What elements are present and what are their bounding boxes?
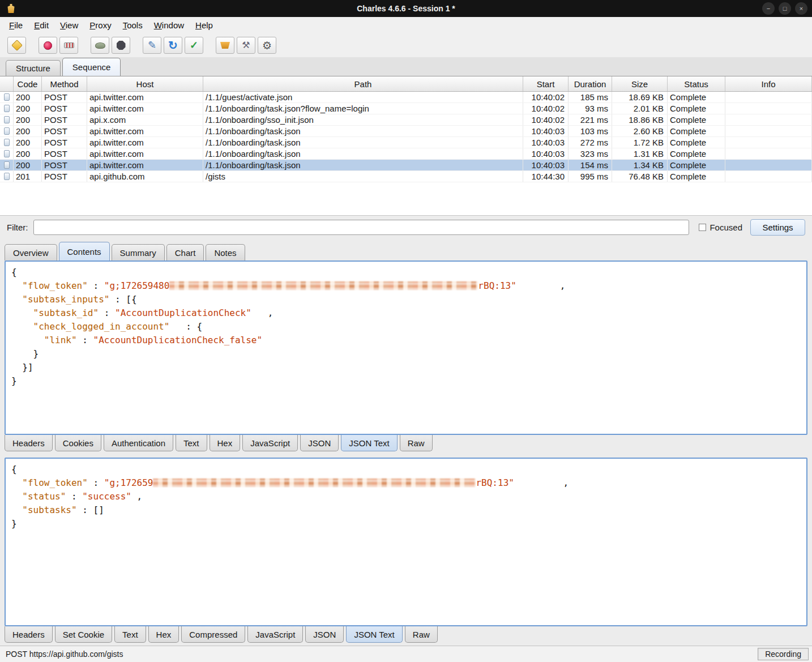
cell-duration: 185 ms [569, 92, 612, 102]
broom-clear-icon [11, 40, 23, 51]
request-tab-headers[interactable]: Headers [5, 435, 53, 451]
json-punct: : [99, 307, 115, 318]
json-string: rBQ:13" [476, 477, 514, 488]
cell-start: 10:40:02 [523, 92, 569, 102]
column-header-path[interactable]: Path [203, 76, 523, 91]
menu-proxy[interactable]: Proxy [84, 18, 117, 32]
json-punct: { [11, 267, 17, 277]
cell-path: /1.1/guest/activate.json [203, 92, 523, 102]
slow-button[interactable] [91, 37, 109, 54]
response-tab-javascript[interactable]: JavaScript [247, 626, 303, 643]
column-header-start[interactable]: Start [523, 76, 569, 91]
json-punct: : [{ [109, 294, 136, 305]
table-row[interactable]: 200POSTapi.twitter.com/1.1/onboarding/ta… [0, 126, 812, 137]
cell-host: api.twitter.com [87, 103, 203, 114]
json-punct [11, 294, 22, 305]
response-tab-set-cookie[interactable]: Set Cookie [55, 626, 112, 643]
response-tab-json[interactable]: JSON [305, 626, 344, 643]
tab-structure[interactable]: Structure [6, 60, 61, 76]
validate-button[interactable] [185, 37, 203, 54]
menu-help[interactable]: Help [190, 18, 219, 32]
focused-checkbox[interactable] [699, 224, 706, 231]
tab-chart[interactable]: Chart [166, 244, 204, 260]
table-header: CodeMethodHostPathStartDurationSizeStatu… [0, 76, 812, 92]
settings-button[interactable] [237, 37, 255, 54]
json-punct [11, 505, 22, 515]
response-body-panel[interactable]: { "flow_token" : "g;172659rBQ:13" , "sta… [5, 458, 807, 626]
json-punct [11, 321, 33, 332]
response-tab-json-text[interactable]: JSON Text [346, 626, 402, 643]
tools-button[interactable] [216, 37, 234, 54]
request-tab-cookies[interactable]: Cookies [55, 435, 101, 451]
gear-button[interactable] [258, 37, 276, 54]
json-line: "subtask_inputs" : [{ [11, 293, 806, 306]
menu-tools[interactable]: Tools [117, 18, 148, 32]
request-tab-text[interactable]: Text [176, 435, 207, 451]
cell-info [725, 103, 812, 114]
column-header-info[interactable]: Info [725, 76, 812, 91]
table-row[interactable]: 201POSTapi.github.com/gists10:44:30995 m… [0, 171, 812, 182]
request-tab-json[interactable]: JSON [300, 435, 339, 451]
row-icon-cell [0, 137, 14, 148]
cell-code: 200 [14, 114, 42, 125]
tab-notes[interactable]: Notes [206, 244, 245, 260]
cell-size: 18.86 KB [612, 114, 668, 125]
cell-size: 2.01 KB [612, 103, 668, 114]
compose-button[interactable] [143, 37, 161, 54]
cell-method: POST [42, 126, 87, 136]
response-tab-hex[interactable]: Hex [148, 626, 180, 643]
cell-duration: 103 ms [569, 126, 612, 136]
json-string: rBQ:13" [478, 280, 516, 291]
column-header-duration[interactable]: Duration [569, 76, 612, 91]
repeat-button[interactable] [164, 37, 182, 54]
menu-view[interactable]: View [54, 18, 84, 32]
json-punct: } [11, 348, 39, 359]
menu-edit[interactable]: Edit [28, 18, 54, 32]
request-tab-javascript[interactable]: JavaScript [242, 435, 298, 451]
json-punct: : [88, 477, 104, 488]
record-button[interactable] [39, 37, 57, 54]
cell-size: 1.72 KB [612, 137, 668, 148]
request-tab-json-text[interactable]: JSON Text [341, 435, 397, 451]
column-header-method[interactable]: Method [42, 76, 87, 91]
table-row[interactable]: 200POSTapi.twitter.com/1.1/onboarding/ta… [0, 137, 812, 148]
breakpoints-button[interactable] [112, 37, 130, 54]
json-string: "AccountDuplicationCheck" [115, 307, 251, 318]
request-body-panel[interactable]: { "flow_token" : "g;172659480rBQ:13" , "… [5, 260, 807, 435]
clear-button[interactable] [7, 37, 26, 54]
response-tab-text[interactable]: Text [114, 626, 146, 643]
cell-status: Complete [668, 137, 725, 148]
request-tab-authentication[interactable]: Authentication [104, 435, 173, 451]
menu-file[interactable]: File [3, 18, 28, 32]
table-row[interactable]: 200POSTapi.x.com/1.1/onboarding/sso_init… [0, 114, 812, 126]
cell-host: api.twitter.com [87, 160, 203, 170]
request-tab-hex[interactable]: Hex [210, 435, 241, 451]
tab-overview[interactable]: Overview [5, 244, 57, 260]
menu-window[interactable]: Window [148, 18, 190, 32]
minimize-button[interactable]: − [762, 2, 775, 15]
response-tab-raw[interactable]: Raw [405, 626, 438, 643]
response-tab-headers[interactable]: Headers [5, 626, 53, 643]
throttle-button[interactable] [59, 37, 78, 54]
maximize-button[interactable]: □ [779, 2, 791, 15]
json-line: "flow_token" : "g;172659480rBQ:13" , [11, 279, 806, 293]
table-row[interactable]: 200POSTapi.twitter.com/1.1/onboarding/ta… [0, 160, 812, 171]
tab-sequence[interactable]: Sequence [62, 58, 121, 76]
filter-input[interactable] [33, 220, 690, 235]
tab-summary[interactable]: Summary [112, 244, 165, 260]
table-row[interactable]: 200POSTapi.twitter.com/1.1/onboarding/ta… [0, 103, 812, 114]
settings-button[interactable]: Settings [750, 219, 805, 236]
filter-bar: Filter: Focused Settings [0, 215, 812, 239]
cell-start: 10:44:30 [523, 171, 569, 182]
close-button[interactable]: × [795, 2, 807, 15]
tab-contents[interactable]: Contents [59, 242, 110, 260]
column-header-code[interactable]: Code [14, 76, 42, 91]
table-row[interactable]: 200POSTapi.twitter.com/1.1/onboarding/ta… [0, 148, 812, 160]
column-header-host[interactable]: Host [87, 76, 203, 91]
column-header-size[interactable]: Size [612, 76, 668, 91]
table-row[interactable]: 200POSTapi.twitter.com/1.1/guest/activat… [0, 92, 812, 103]
request-tab-raw[interactable]: Raw [400, 435, 433, 451]
row-icon-cell [0, 114, 14, 125]
response-tab-compressed[interactable]: Compressed [181, 626, 245, 643]
column-header-status[interactable]: Status [668, 76, 725, 91]
